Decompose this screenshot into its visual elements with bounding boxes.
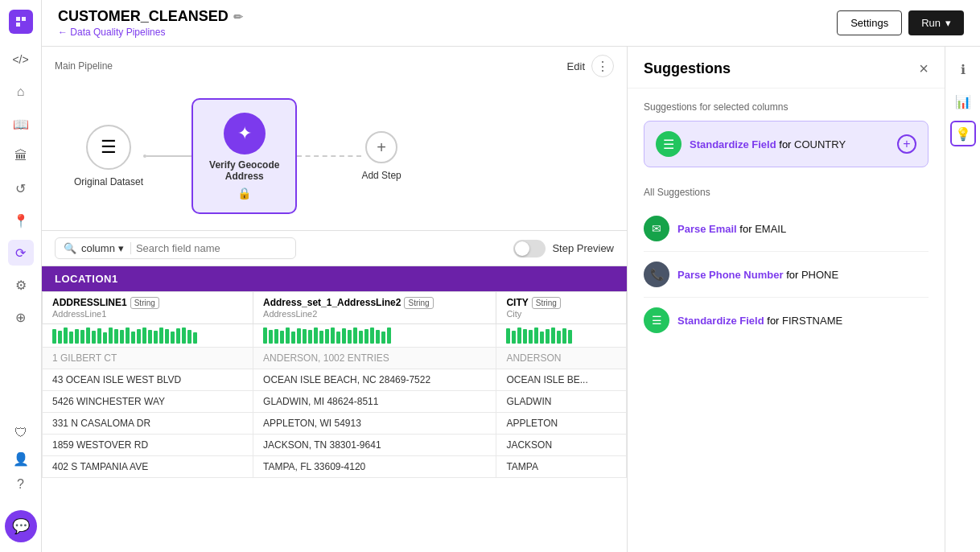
table-cell: OCEAN ISLE BE... bbox=[496, 369, 627, 391]
table-row: 43 OCEAN ISLE WEST BLVD OCEAN ISLE BEACH… bbox=[43, 369, 627, 391]
right-sidebar: ℹ 📊 💡 bbox=[945, 47, 980, 552]
featured-suggestion-text: Standardize Field for COUNTRY bbox=[690, 138, 889, 150]
pipeline-more-button[interactable]: ⋮ bbox=[591, 55, 614, 77]
email-suggestion-text: Parse Email for EMAIL bbox=[677, 223, 929, 235]
suggestion-item-email[interactable]: ✉ Parse Email for EMAIL bbox=[644, 206, 929, 252]
original-dataset-circle[interactable]: ☰ bbox=[86, 125, 131, 170]
search-dropdown[interactable]: column ▾ bbox=[81, 242, 131, 254]
help-icon[interactable]: ? bbox=[8, 472, 34, 497]
phone-field: PHONE bbox=[801, 269, 838, 281]
table-cell: GLADWIN bbox=[496, 391, 627, 413]
table-row: 1 GILBERT CT ANDERSON, 1002 ENTRIES ANDE… bbox=[43, 348, 627, 369]
app-logo[interactable] bbox=[9, 10, 33, 34]
firstname-suggestion-text: Standardize Field for FIRSTNAME bbox=[677, 315, 929, 327]
breadcrumb[interactable]: ← Data Quality Pipelines bbox=[58, 27, 243, 38]
table-row: 5426 WINCHESTER WAY GLADWIN, MI 48624-85… bbox=[43, 391, 627, 413]
run-caret-icon: ▾ bbox=[945, 17, 951, 29]
featured-suggestion-icon: ☰ bbox=[656, 131, 681, 157]
featured-add-icon[interactable]: + bbox=[897, 134, 916, 154]
pipeline-flow: ☰ Original Dataset ✦ Verify GeocodeAddre… bbox=[42, 82, 627, 230]
main-pipeline-label: Main Pipeline bbox=[55, 60, 113, 72]
parse-phone-action: Parse Phone Number bbox=[677, 269, 784, 281]
step-preview-switch[interactable] bbox=[513, 240, 546, 257]
header-left: CUSTOMER_CLEANSED ✏ ← Data Quality Pipel… bbox=[58, 8, 243, 38]
featured-suggestions-section: Suggestions for selected columns ☰ Stand… bbox=[628, 89, 945, 187]
toggle-knob bbox=[515, 241, 529, 256]
dataset-icon: ☰ bbox=[101, 137, 117, 158]
bulb-icon[interactable]: 💡 bbox=[950, 121, 976, 146]
verify-geocode-node[interactable]: ✦ Verify GeocodeAddress 🔒 bbox=[191, 98, 297, 214]
add-source-icon[interactable]: ⊕ bbox=[8, 304, 34, 330]
email-field: EMAIL bbox=[755, 223, 786, 235]
email-suggestion-icon: ✉ bbox=[644, 216, 669, 241]
chat-button[interactable]: 💬 bbox=[5, 510, 37, 542]
table-header-row: ADDRESSLINE1String AddressLine1 Address_… bbox=[43, 292, 627, 324]
search-input[interactable] bbox=[136, 242, 287, 254]
page-title: CUSTOMER_CLEANSED ✏ bbox=[58, 8, 243, 25]
suggestion-item-firstname[interactable]: ☰ Standardize Field for FIRSTNAME bbox=[644, 298, 929, 343]
table-cell: GLADWIN, MI 48624-8511 bbox=[253, 391, 496, 413]
firstname-field: FIRSTNAME bbox=[782, 315, 842, 327]
featured-connector: for bbox=[779, 138, 794, 150]
suggestions-panel: Suggestions × Suggestions for selected c… bbox=[627, 47, 945, 552]
geocode-label: Verify GeocodeAddress bbox=[209, 159, 279, 182]
featured-field: COUNTRY bbox=[794, 138, 846, 150]
suggestions-title: Suggestions bbox=[644, 60, 731, 77]
home-icon[interactable]: ⌂ bbox=[8, 79, 34, 105]
table-row: 402 S TAMPANIA AVE TAMPA, FL 33609-4120 … bbox=[43, 456, 627, 478]
phone-suggestion-text: Parse Phone Number for PHONE bbox=[677, 269, 929, 281]
book-icon[interactable]: 📖 bbox=[8, 111, 34, 137]
featured-suggestion-card[interactable]: ☰ Standardize Field for COUNTRY + bbox=[644, 121, 929, 167]
sync-icon[interactable]: ⚙ bbox=[8, 272, 34, 298]
database-icon[interactable]: 🏛 bbox=[8, 143, 34, 169]
original-dataset-node: ☰ Original Dataset bbox=[74, 125, 143, 187]
table-cell: APPLETON, WI 54913 bbox=[253, 413, 496, 435]
add-step-node: + Add Step bbox=[361, 131, 401, 181]
bar-chart-addressline2 bbox=[253, 324, 496, 348]
run-button[interactable]: Run ▾ bbox=[908, 10, 964, 35]
settings-button[interactable]: Settings bbox=[837, 10, 902, 35]
firstname-connector: for bbox=[767, 315, 782, 327]
bar-chart-row bbox=[43, 324, 627, 348]
table-cell: OCEAN ISLE BEACH, NC 28469-7522 bbox=[253, 369, 496, 391]
refresh-icon[interactable]: ↺ bbox=[8, 175, 34, 201]
dropdown-caret-icon: ▾ bbox=[118, 242, 124, 254]
shield-icon[interactable]: 🛡 bbox=[8, 420, 34, 446]
connector-line-1 bbox=[146, 155, 191, 157]
chart-icon[interactable]: 📊 bbox=[950, 89, 976, 114]
connector-1 bbox=[143, 154, 191, 158]
bar-chart-addressline1 bbox=[43, 324, 253, 348]
data-table: ADDRESSLINE1String AddressLine1 Address_… bbox=[42, 291, 627, 478]
location-icon[interactable]: 📍 bbox=[8, 208, 34, 233]
title-edit-icon[interactable]: ✏ bbox=[233, 10, 243, 23]
code-icon[interactable]: </> bbox=[8, 47, 34, 72]
pipeline-edit-button[interactable]: Edit bbox=[567, 60, 585, 72]
header-buttons: Settings Run ▾ bbox=[837, 10, 964, 35]
table-cell: JACKSON bbox=[496, 435, 627, 456]
suggestions-header: Suggestions × bbox=[628, 47, 945, 89]
table-cell: 43 OCEAN ISLE WEST BLVD bbox=[43, 369, 253, 391]
table-cell: ANDERSON bbox=[496, 348, 627, 369]
connector-2 bbox=[297, 155, 361, 157]
standardize-firstname-action: Standardize Field bbox=[677, 315, 764, 327]
info-icon[interactable]: ℹ bbox=[950, 56, 976, 82]
table-row: 331 N CASALOMA DR APPLETON, WI 54913 APP… bbox=[43, 413, 627, 435]
header: CUSTOMER_CLEANSED ✏ ← Data Quality Pipel… bbox=[42, 0, 980, 47]
add-step-button[interactable]: + bbox=[365, 131, 397, 163]
bar-chart-city bbox=[496, 324, 627, 348]
all-suggestions-section: All Suggestions ✉ Parse Email for EMAIL … bbox=[628, 187, 945, 356]
table-cell: APPLETON bbox=[496, 413, 627, 435]
dropdown-label: column bbox=[81, 242, 115, 254]
data-toolbar: 🔍 column ▾ Step Preview bbox=[42, 231, 627, 266]
geocode-icon: ✦ bbox=[224, 113, 266, 154]
data-table-container: LOCATION1 ADDRESSLINE1String AddressLine… bbox=[42, 266, 627, 552]
pipeline-icon[interactable]: ⟳ bbox=[8, 240, 34, 266]
left-navigation: </> ⌂ 📖 🏛 ↺ 📍 ⟳ ⚙ ⊕ 🛡 👤 ? 💬 bbox=[0, 0, 42, 552]
table-cell: JACKSON, TN 38301-9641 bbox=[253, 435, 496, 456]
featured-action: Standardize Field bbox=[690, 138, 776, 150]
table-cell: 5426 WINCHESTER WAY bbox=[43, 391, 253, 413]
user-icon[interactable]: 👤 bbox=[8, 446, 34, 472]
suggestion-item-phone[interactable]: 📞 Parse Phone Number for PHONE bbox=[644, 252, 929, 298]
location-group-header: LOCATION1 bbox=[42, 266, 627, 291]
close-suggestions-button[interactable]: × bbox=[919, 60, 929, 78]
